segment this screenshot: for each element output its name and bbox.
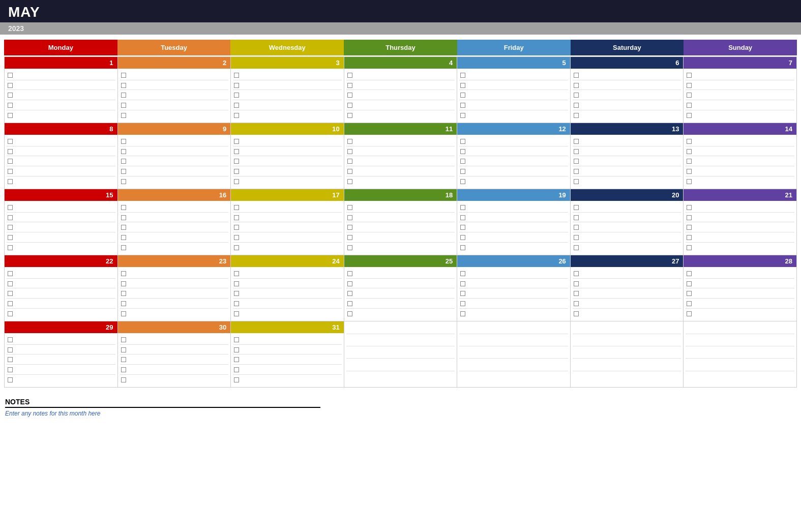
task-line[interactable]	[233, 101, 342, 110]
task-line[interactable]	[459, 147, 568, 156]
checkbox-icon[interactable]	[460, 245, 465, 250]
task-line[interactable]	[233, 147, 342, 156]
task-line[interactable]	[573, 101, 681, 110]
checkbox-icon[interactable]	[574, 205, 579, 210]
task-line[interactable]	[120, 203, 229, 213]
checkbox-icon[interactable]	[121, 113, 126, 118]
task-line[interactable]	[459, 111, 568, 120]
checkbox-icon[interactable]	[8, 377, 13, 382]
task-line[interactable]	[459, 309, 568, 318]
task-line[interactable]	[573, 147, 681, 156]
checkbox-icon[interactable]	[687, 159, 692, 164]
task-line[interactable]	[7, 213, 115, 222]
checkbox-icon[interactable]	[347, 179, 352, 184]
task-line[interactable]	[120, 147, 229, 156]
task-line[interactable]	[120, 279, 229, 288]
task-line[interactable]	[120, 111, 229, 120]
checkbox-icon[interactable]	[347, 159, 352, 164]
checkbox-icon[interactable]	[687, 301, 692, 306]
checkbox-icon[interactable]	[121, 347, 126, 352]
task-line[interactable]	[573, 137, 681, 146]
task-line[interactable]	[573, 309, 681, 318]
checkbox-icon[interactable]	[347, 149, 352, 154]
checkbox-icon[interactable]	[8, 281, 13, 286]
task-line[interactable]	[346, 300, 455, 309]
checkbox-icon[interactable]	[574, 113, 579, 118]
checkbox-icon[interactable]	[8, 93, 13, 98]
checkbox-icon[interactable]	[8, 271, 13, 276]
task-line[interactable]	[233, 223, 342, 232]
checkbox-icon[interactable]	[121, 93, 126, 98]
task-line[interactable]	[233, 71, 342, 80]
task-line[interactable]	[7, 81, 115, 90]
checkbox-icon[interactable]	[234, 93, 239, 98]
checkbox-icon[interactable]	[574, 281, 579, 286]
task-line[interactable]	[233, 336, 342, 345]
checkbox-icon[interactable]	[347, 103, 352, 108]
checkbox-icon[interactable]	[234, 215, 239, 220]
checkbox-icon[interactable]	[574, 83, 579, 88]
checkbox-icon[interactable]	[234, 235, 239, 240]
checkbox-icon[interactable]	[234, 73, 239, 78]
checkbox-icon[interactable]	[574, 311, 579, 316]
checkbox-icon[interactable]	[460, 271, 465, 276]
checkbox-icon[interactable]	[234, 347, 239, 352]
task-line[interactable]	[7, 375, 115, 385]
checkbox-icon[interactable]	[347, 215, 352, 220]
checkbox-icon[interactable]	[234, 159, 239, 164]
task-line[interactable]	[346, 233, 455, 243]
checkbox-icon[interactable]	[121, 73, 126, 78]
task-line[interactable]	[686, 71, 794, 80]
task-line[interactable]	[120, 213, 229, 222]
checkbox-icon[interactable]	[121, 103, 126, 108]
checkbox-icon[interactable]	[121, 139, 126, 144]
task-line[interactable]	[346, 137, 455, 146]
task-line[interactable]	[7, 71, 115, 80]
checkbox-icon[interactable]	[347, 271, 352, 276]
task-line[interactable]	[233, 243, 342, 252]
task-line[interactable]	[233, 345, 342, 354]
checkbox-icon[interactable]	[460, 169, 465, 174]
task-line[interactable]	[233, 177, 342, 186]
checkbox-icon[interactable]	[8, 301, 13, 306]
task-line[interactable]	[573, 71, 681, 80]
checkbox-icon[interactable]	[574, 225, 579, 230]
checkbox-icon[interactable]	[687, 281, 692, 286]
checkbox-icon[interactable]	[8, 103, 13, 108]
task-line[interactable]	[233, 309, 342, 318]
checkbox-icon[interactable]	[8, 225, 13, 230]
checkbox-icon[interactable]	[121, 159, 126, 164]
checkbox-icon[interactable]	[234, 377, 239, 382]
checkbox-icon[interactable]	[687, 103, 692, 108]
checkbox-icon[interactable]	[347, 113, 352, 118]
checkbox-icon[interactable]	[8, 245, 13, 250]
task-line[interactable]	[120, 157, 229, 166]
checkbox-icon[interactable]	[347, 83, 352, 88]
task-line[interactable]	[233, 91, 342, 100]
task-line[interactable]	[573, 300, 681, 309]
notes-placeholder[interactable]: Enter any notes for this month here	[5, 410, 796, 417]
task-line[interactable]	[686, 300, 794, 309]
task-line[interactable]	[346, 223, 455, 232]
task-line[interactable]	[233, 203, 342, 213]
checkbox-icon[interactable]	[8, 347, 13, 352]
checkbox-icon[interactable]	[687, 225, 692, 230]
task-line[interactable]	[7, 111, 115, 120]
task-line[interactable]	[120, 375, 229, 385]
task-line[interactable]	[120, 137, 229, 146]
task-line[interactable]	[459, 71, 568, 80]
task-line[interactable]	[7, 101, 115, 110]
task-line[interactable]	[7, 167, 115, 176]
checkbox-icon[interactable]	[234, 245, 239, 250]
task-line[interactable]	[573, 233, 681, 243]
task-line[interactable]	[686, 167, 794, 176]
task-line[interactable]	[459, 233, 568, 243]
task-line[interactable]	[346, 81, 455, 90]
task-line[interactable]	[233, 111, 342, 120]
task-line[interactable]	[686, 147, 794, 156]
checkbox-icon[interactable]	[687, 215, 692, 220]
checkbox-icon[interactable]	[121, 245, 126, 250]
task-line[interactable]	[346, 101, 455, 110]
checkbox-icon[interactable]	[460, 215, 465, 220]
checkbox-icon[interactable]	[234, 169, 239, 174]
